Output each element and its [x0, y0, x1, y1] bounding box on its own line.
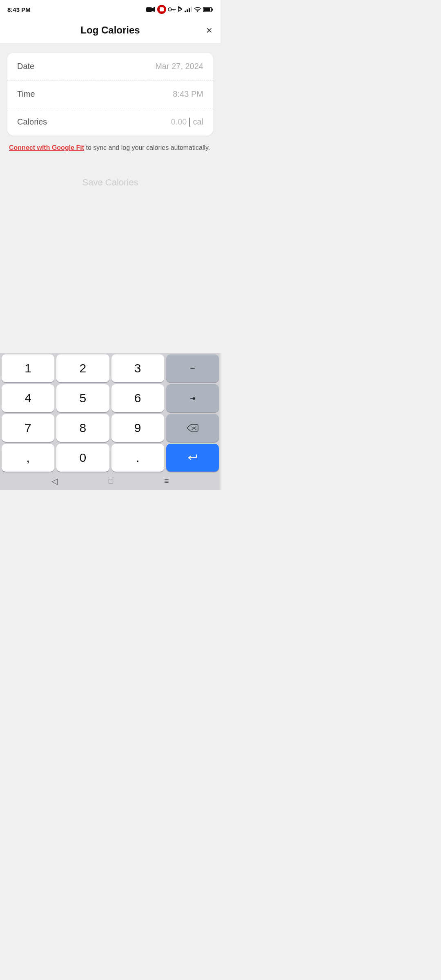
keyboard-row-2: 4 5 6 ⇥	[2, 384, 219, 412]
save-section: Save Calories	[7, 153, 213, 204]
close-button[interactable]: ×	[206, 25, 212, 36]
key-tab[interactable]: ⇥	[166, 384, 219, 412]
key-1[interactable]: 1	[2, 354, 54, 382]
key-3[interactable]: 3	[111, 354, 164, 382]
menu-button[interactable]: ≡	[164, 477, 169, 486]
svg-rect-6	[185, 11, 186, 12]
back-button[interactable]: ◁	[51, 476, 58, 486]
svg-rect-13	[212, 9, 213, 11]
battery-icon	[203, 7, 213, 12]
svg-marker-1	[152, 7, 155, 12]
key-minus[interactable]: −	[166, 354, 219, 382]
date-label: Date	[17, 62, 34, 71]
numeric-keyboard: 1 2 3 − 4 5 6 ⇥ 7 8 9 , 0 .	[0, 353, 220, 490]
status-icons	[146, 5, 213, 14]
key-7[interactable]: 7	[2, 414, 54, 442]
main-content: Date Mar 27, 2024 Time 8:43 PM Calories …	[0, 44, 220, 211]
key-enter[interactable]	[166, 444, 219, 472]
svg-rect-9	[191, 7, 192, 12]
key-backspace[interactable]	[166, 414, 219, 442]
key-9[interactable]: 9	[111, 414, 164, 442]
key-icon	[168, 7, 176, 12]
nav-bar: ◁ □ ≡	[2, 474, 219, 487]
google-fit-section: Connect with Google Fit to sync and log …	[7, 143, 213, 153]
google-fit-body: to sync and log your calories automatica…	[84, 144, 210, 151]
key-2[interactable]: 2	[56, 354, 109, 382]
save-calories-button[interactable]: Save Calories	[82, 177, 138, 188]
form-card: Date Mar 27, 2024 Time 8:43 PM Calories …	[7, 53, 213, 136]
text-cursor	[189, 118, 190, 127]
key-0[interactable]: 0	[56, 444, 109, 472]
svg-point-2	[168, 8, 172, 11]
home-button[interactable]: □	[109, 477, 113, 486]
key-period[interactable]: .	[111, 444, 164, 472]
key-comma[interactable]: ,	[2, 444, 54, 472]
calories-unit: cal	[193, 117, 203, 127]
keyboard-row-3: 7 8 9	[2, 414, 219, 442]
svg-point-10	[197, 11, 198, 12]
svg-rect-7	[187, 9, 188, 12]
google-fit-link[interactable]: Connect with Google Fit	[9, 144, 84, 151]
calories-number: 0.00	[171, 117, 187, 127]
wifi-icon	[194, 7, 201, 12]
date-value: Mar 27, 2024	[155, 62, 203, 71]
calories-label: Calories	[17, 117, 47, 127]
date-row[interactable]: Date Mar 27, 2024	[7, 53, 213, 80]
time-value: 8:43 PM	[173, 89, 203, 99]
signal-icon	[185, 7, 192, 12]
bluetooth-icon	[178, 6, 183, 13]
time-label: Time	[17, 89, 35, 99]
status-bar: 8:43 PM	[0, 0, 220, 17]
key-6[interactable]: 6	[111, 384, 164, 412]
status-time: 8:43 PM	[7, 6, 31, 13]
time-row[interactable]: Time 8:43 PM	[7, 80, 213, 108]
key-5[interactable]: 5	[56, 384, 109, 412]
keyboard-row-4: , 0 .	[2, 444, 219, 472]
key-8[interactable]: 8	[56, 414, 109, 442]
header: Log Calories ×	[0, 17, 220, 44]
svg-rect-0	[146, 7, 152, 12]
page-title: Log Calories	[80, 24, 140, 36]
calories-row[interactable]: Calories 0.00 cal	[7, 108, 213, 136]
calories-value: 0.00 cal	[171, 117, 203, 127]
key-4[interactable]: 4	[2, 384, 54, 412]
record-inner	[160, 7, 164, 11]
svg-rect-12	[204, 8, 210, 11]
video-camera-icon	[146, 7, 155, 13]
svg-rect-8	[189, 8, 190, 12]
record-icon	[157, 5, 166, 14]
keyboard-row-1: 1 2 3 −	[2, 354, 219, 382]
